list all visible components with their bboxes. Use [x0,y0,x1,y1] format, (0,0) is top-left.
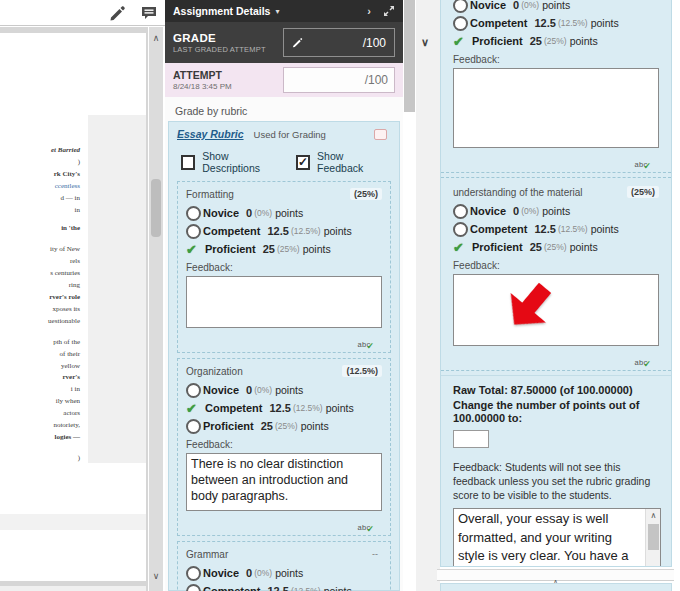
rubric-level-option[interactable]: Novice0(0%)points [453,0,659,14]
expand-fullscreen-icon[interactable] [383,5,395,17]
scrollbar-thumb[interactable] [404,0,415,112]
level-points: 0 [513,0,519,11]
level-points: 25 [530,241,542,253]
doc-text-fragment: ccentless [0,181,80,193]
selected-check-icon[interactable]: ✔ [453,240,470,255]
rubric-level-option[interactable]: Novice0(0%)points [186,564,382,582]
edit-grade-pencil-icon[interactable] [286,31,309,54]
level-points: 12.5 [534,17,555,29]
level-radio[interactable] [453,16,468,31]
doc-text-fragment: i in [0,384,80,396]
level-name: Competent [470,223,527,235]
scrollbar-thumb[interactable] [151,179,161,237]
level-radio[interactable] [186,383,201,398]
spellcheck-control[interactable]: abc✓ [186,333,382,346]
totals-section: Raw Total: 87.50000 (of 100.00000) Chang… [441,375,671,448]
panel-collapse-strip[interactable]: ∧ [437,569,674,581]
doc-text-fragment: rver's role [0,292,80,304]
comment-icon[interactable] [140,4,158,22]
points-word: points [324,585,352,591]
level-percent: (12.5%) [558,224,588,234]
rubric-level-option[interactable]: ✔Competent12.5(12.5%)points [186,399,382,417]
document-page: et Barried)rk City'sccentlessd — ininin … [0,33,146,581]
level-radio[interactable] [453,204,468,219]
level-percent: (12.5%) [293,403,323,413]
criterion-feedback-input[interactable] [453,68,659,148]
level-percent: (25%) [275,421,298,431]
level-name: Proficient [203,420,254,432]
doc-text-fragment: d — in [0,193,80,205]
show-feedback-label: Show Feedback [317,150,387,174]
selected-check-icon[interactable]: ✔ [453,34,470,49]
grade-label: GRADE [173,32,283,44]
doc-text-fragment: s centuries [0,268,80,280]
doc-text-fragment: ) [0,453,80,465]
rubric-criterion: Novice0(0%)pointsCompetent12.5(12.5%)poi… [441,0,671,173]
criterion-weight-badge: (25%) [627,186,659,198]
points-word: points [326,402,354,414]
criterion-levels: Novice0(0%)points✔Competent12.5(12.5%)po… [186,381,382,435]
scroll-up-icon[interactable]: ∧ [646,509,661,522]
document-scrollbar[interactable]: ∧ ∨ [149,27,163,591]
level-points: 12.5 [269,402,290,414]
collapse-panel-icon[interactable]: › [367,5,371,17]
selected-check-icon[interactable]: ✔ [186,242,203,257]
level-radio[interactable] [186,584,201,591]
points-override-input[interactable] [453,430,489,448]
spellcheck-control[interactable]: abc✓ [453,153,659,166]
annotate-pencil-icon[interactable] [108,4,126,22]
level-name: Proficient [472,35,523,47]
rubric-level-option[interactable]: ✔Proficient25(25%)points [186,240,382,258]
points-word: points [275,567,303,579]
assignment-details-menu[interactable]: Assignment Details [173,5,270,17]
scroll-down-icon[interactable]: ∨ [149,569,163,583]
points-word: points [542,205,570,217]
essay-rubric-link[interactable]: Essay Rubric [177,128,244,140]
level-percent: (25%) [544,36,567,46]
level-percent: (0%) [521,206,539,216]
show-descriptions-checkbox[interactable] [181,155,195,170]
rubric-level-option[interactable]: Novice0(0%)points [453,202,659,220]
rubric-level-option[interactable]: ✔Proficient25(25%)points [453,238,659,256]
level-percent: (12.5%) [291,226,321,236]
rubric-collapse-icon[interactable] [374,129,387,140]
overall-feedback-input[interactable]: Overall, your essay is well formatted, a… [453,508,661,567]
document-viewport[interactable]: et Barried)rk City'sccentlessd — ininin … [0,27,148,591]
level-radio[interactable] [186,206,201,221]
level-points: 12.5 [267,585,288,591]
level-radio[interactable] [453,222,468,237]
sidebar-scrollbar[interactable] [403,0,416,591]
rubric-level-option[interactable]: Novice0(0%)points [186,204,382,222]
scrollbar-thumb[interactable] [648,524,659,550]
attempt-grade-input[interactable] [283,67,395,93]
rubric-level-option[interactable]: Proficient25(25%)points [186,417,382,435]
chevron-down-icon[interactable]: ∨ [421,36,429,49]
spellcheck-control[interactable]: abc✓ [453,351,659,364]
criterion-name: Grammar [186,549,368,560]
criterion-name: Organization [186,366,342,377]
textarea-scrollbar[interactable]: ∧ ∨ [645,509,660,567]
rubric-level-option[interactable]: Competent12.5(12.5%)points [453,14,659,32]
feedback-label: Feedback: [453,54,659,65]
rubric-level-option[interactable]: Competent12.5(12.5%)points [186,222,382,240]
rubric-level-option[interactable]: Novice0(0%)points [186,381,382,399]
rubric-level-option[interactable]: Competent12.5(12.5%)points [453,220,659,238]
doc-text-fragment: of their [0,349,80,361]
points-word: points [591,223,619,235]
grade-input[interactable]: /100 [283,28,395,57]
criterion-feedback-input[interactable] [186,276,382,328]
criterion-feedback-input[interactable] [186,453,382,511]
level-radio[interactable] [186,566,201,581]
rubric-criterion: Grammar -- Novice0(0%)pointsCompetent12.… [177,541,391,591]
spellcheck-control[interactable]: abc✓ [186,516,382,529]
scroll-up-icon[interactable]: ∧ [149,31,163,45]
rubric-level-option[interactable]: Competent12.5(12.5%)points [186,582,382,591]
show-feedback-checkbox[interactable]: ✓ [296,155,310,170]
selected-check-icon[interactable]: ✔ [186,401,203,416]
overall-feedback-text: Overall, your essay is well formatted, a… [458,510,640,567]
level-radio[interactable] [186,224,201,239]
level-radio[interactable] [453,0,468,13]
rubric-level-option[interactable]: ✔Proficient25(25%)points [453,32,659,50]
level-radio[interactable] [186,419,201,434]
criteria-list-left: Formatting (25%) Novice0(0%)pointsCompet… [169,181,399,591]
